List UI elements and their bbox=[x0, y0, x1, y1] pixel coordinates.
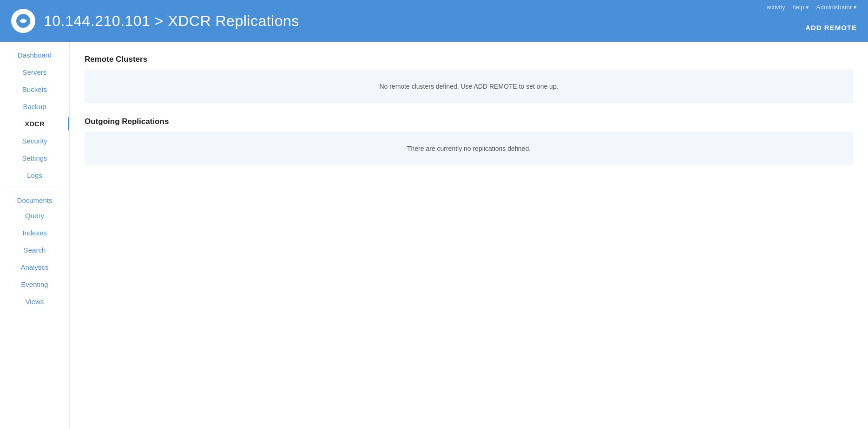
sidebar: Dashboard Servers Buckets Backup XDCR Se… bbox=[0, 42, 70, 429]
sidebar-item-logs[interactable]: Logs bbox=[0, 167, 69, 184]
admin-chevron-icon: ▾ bbox=[854, 4, 857, 11]
logo-icon bbox=[15, 13, 31, 29]
server-ip: 10.144.210.101 bbox=[44, 13, 150, 29]
sidebar-item-xdcr[interactable]: XDCR bbox=[0, 115, 69, 132]
sidebar-item-indexes[interactable]: Indexes bbox=[0, 224, 69, 241]
help-chevron-icon: ▾ bbox=[806, 4, 809, 11]
admin-link[interactable]: Administrator ▾ bbox=[816, 4, 857, 11]
sidebar-section-documents: Documents bbox=[0, 190, 69, 207]
sidebar-item-search[interactable]: Search bbox=[0, 241, 69, 259]
sidebar-item-analytics[interactable]: Analytics bbox=[0, 259, 69, 276]
breadcrumb-separator: > bbox=[155, 13, 168, 29]
activity-link[interactable]: activity bbox=[767, 4, 785, 11]
add-remote-button[interactable]: ADD REMOTE bbox=[805, 24, 857, 32]
app-logo bbox=[11, 9, 35, 33]
sidebar-item-backup[interactable]: Backup bbox=[0, 98, 69, 115]
topbar-meta: activity help ▾ Administrator ▾ bbox=[767, 4, 857, 11]
sidebar-item-dashboard[interactable]: Dashboard bbox=[0, 46, 69, 64]
outgoing-replications-empty-box: There are currently no replications defi… bbox=[85, 132, 853, 165]
remote-clusters-empty-message: No remote clusters defined. Use ADD REMO… bbox=[379, 83, 558, 90]
sidebar-item-servers[interactable]: Servers bbox=[0, 64, 69, 81]
sidebar-item-eventing[interactable]: Eventing bbox=[0, 276, 69, 293]
sidebar-item-views[interactable]: Views bbox=[0, 293, 69, 310]
sidebar-item-query[interactable]: Query bbox=[0, 207, 69, 224]
help-link[interactable]: help ▾ bbox=[793, 4, 809, 11]
topbar: 10.144.210.101 > XDCR Replications activ… bbox=[0, 0, 868, 42]
remote-clusters-empty-box: No remote clusters defined. Use ADD REMO… bbox=[85, 70, 853, 103]
outgoing-replications-empty-message: There are currently no replications defi… bbox=[407, 145, 531, 152]
page-title: 10.144.210.101 > XDCR Replications bbox=[44, 13, 299, 30]
main-content: Remote Clusters No remote clusters defin… bbox=[70, 42, 868, 429]
svg-point-1 bbox=[22, 20, 25, 23]
sidebar-divider bbox=[6, 187, 64, 187]
sidebar-item-buckets[interactable]: Buckets bbox=[0, 81, 69, 98]
sidebar-item-security[interactable]: Security bbox=[0, 132, 69, 150]
sidebar-item-settings[interactable]: Settings bbox=[0, 150, 69, 167]
remote-clusters-title: Remote Clusters bbox=[85, 55, 853, 64]
outgoing-replications-title: Outgoing Replications bbox=[85, 117, 853, 126]
main-layout: Dashboard Servers Buckets Backup XDCR Se… bbox=[0, 42, 868, 429]
page-name: XDCR Replications bbox=[168, 13, 299, 29]
